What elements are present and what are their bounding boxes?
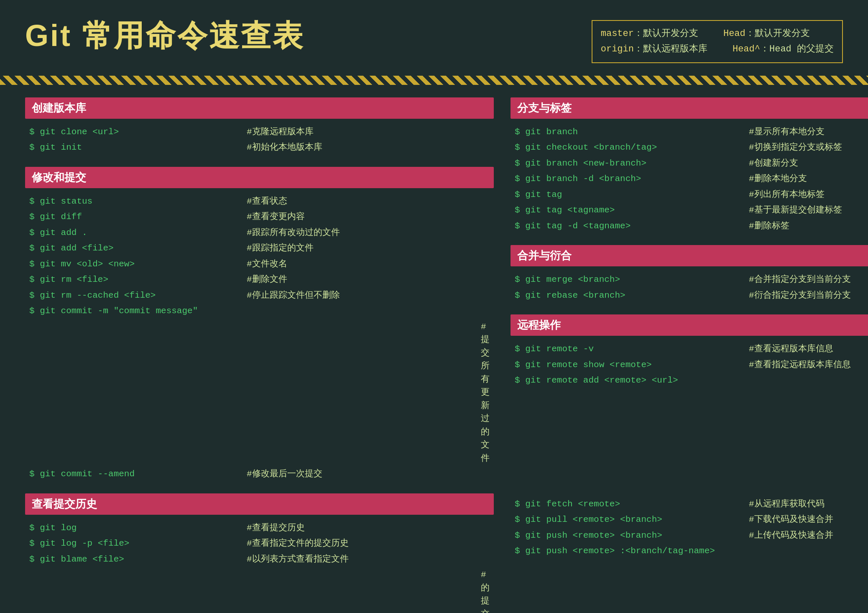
cmd-diff-comment: #查看变更内容 bbox=[247, 210, 305, 224]
cmd-commit-m-comment-text: #提交所有更新过的文件 bbox=[247, 320, 490, 465]
cmd-checkout-branch-text: $ git checkout <branch/tag> bbox=[515, 141, 749, 154]
cmd-commit-m-text: $ git commit -m "commit message" bbox=[29, 304, 247, 318]
cmd-pull-text: $ git pull <remote> <branch> bbox=[515, 513, 749, 526]
cmd-init: $ git init #初始化本地版本库 bbox=[29, 141, 490, 154]
section-branch: 分支与标签 $ git branch #显示所有本地分支 $ git check… bbox=[511, 97, 868, 233]
legend-headcaret-key: Head^：Head 的父提交 bbox=[733, 41, 834, 57]
cmd-rm-cached: $ git rm --cached <file> #停止跟踪文件但不删除 bbox=[29, 289, 490, 302]
cmd-status-comment: #查看状态 bbox=[247, 195, 287, 208]
cmd-commit-m: $ git commit -m "commit message" bbox=[29, 304, 490, 318]
cmd-remote-add-cont: #添加远程版本库 bbox=[515, 390, 868, 495]
cmd-push-del-cont: #删除远程分支或标签 bbox=[515, 560, 868, 613]
cmd-fetch: $ git fetch <remote> #从远程库获取代码 bbox=[515, 498, 868, 511]
cmd-branch-text: $ git branch bbox=[515, 125, 749, 139]
section-log: 查看提交历史 $ git log #查看提交历史 $ git log -p <f… bbox=[25, 493, 494, 613]
cmd-add-file-text: $ git add <file> bbox=[29, 242, 247, 255]
cmd-init-comment: #初始化本地版本库 bbox=[247, 141, 322, 154]
section-create-header: 创建版本库 bbox=[25, 97, 494, 119]
cmd-clone: $ git clone <url> #克隆远程版本库 bbox=[29, 125, 490, 139]
cmd-branch-new: $ git branch <new-branch> #创建新分支 bbox=[515, 157, 868, 170]
section-merge: 合并与衍合 $ git merge <branch> #合并指定分支到当前分支 … bbox=[511, 245, 868, 302]
cmd-remote-add-cont-spacer bbox=[515, 390, 749, 495]
cmd-push-del-text: $ git push <remote> :<branch/tag-name> bbox=[515, 544, 749, 558]
cmd-pull-comment: #下载代码及快速合并 bbox=[749, 513, 833, 526]
cmd-tag-name-text: $ git tag <tagname> bbox=[515, 204, 749, 217]
cmd-remote-show-comment: #查看指定远程版本库信息 bbox=[749, 358, 851, 372]
cmd-tag-d-comment: #删除标签 bbox=[749, 220, 789, 233]
page-container: Git 常用命令速查表 master：默认开发分支 Head：默认开发分支 or… bbox=[0, 0, 868, 613]
header: Git 常用命令速查表 master：默认开发分支 Head：默认开发分支 or… bbox=[0, 0, 868, 72]
cmd-status-text: $ git status bbox=[29, 195, 247, 208]
cmd-blame-text: $ git blame <file> bbox=[29, 553, 247, 566]
cmd-mv-text: $ git mv <old> <new> bbox=[29, 258, 247, 271]
cmd-add-file: $ git add <file> #跟踪指定的文件 bbox=[29, 242, 490, 255]
cmd-checkout-branch-comment: #切换到指定分支或标签 bbox=[749, 141, 842, 154]
cmd-tag-d: $ git tag -d <tagname> #删除标签 bbox=[515, 220, 868, 233]
cmd-remote-show: $ git remote show <remote> #查看指定远程版本库信息 bbox=[515, 358, 868, 372]
cmd-rm-cached-text: $ git rm --cached <file> bbox=[29, 289, 247, 302]
cmd-add-dot: $ git add . #跟踪所有改动过的文件 bbox=[29, 226, 490, 240]
cmd-checkout-branch: $ git checkout <branch/tag> #切换到指定分支或标签 bbox=[515, 141, 868, 154]
cmd-commit-amend-text: $ git commit --amend bbox=[29, 467, 247, 481]
cmd-push: $ git push <remote> <branch> #上传代码及快速合并 bbox=[515, 529, 868, 542]
cmd-add-dot-comment: #跟踪所有改动过的文件 bbox=[247, 226, 340, 240]
cmd-fetch-comment: #从远程库获取代码 bbox=[749, 498, 825, 511]
cmd-log-p-text: $ git log -p <file> bbox=[29, 537, 247, 550]
section-modify: 修改和提交 $ git status #查看状态 $ git diff #查看变… bbox=[25, 167, 494, 481]
cmd-merge: $ git merge <branch> #合并指定分支到当前分支 bbox=[515, 273, 868, 286]
cmd-remote-add-cont-comment: #添加远程版本库 bbox=[749, 390, 868, 495]
right-column: 分支与标签 $ git branch #显示所有本地分支 $ git check… bbox=[502, 97, 868, 613]
cmd-mv-comment: #文件改名 bbox=[247, 258, 287, 271]
cmd-push-del-cont-spacer bbox=[515, 560, 749, 613]
cmd-blame-cont: #的提交历史 bbox=[29, 568, 490, 613]
section-log-header: 查看提交历史 bbox=[25, 493, 494, 515]
cmd-push-del: $ git push <remote> :<branch/tag-name> bbox=[515, 544, 868, 558]
cmd-tag-d-text: $ git tag -d <tagname> bbox=[515, 220, 749, 233]
top-stripe-divider bbox=[0, 76, 868, 85]
section-branch-header: 分支与标签 bbox=[511, 97, 868, 119]
section-create: 创建版本库 $ git clone <url> #克隆远程版本库 $ git i… bbox=[25, 97, 494, 154]
cmd-log-text: $ git log bbox=[29, 521, 247, 535]
section-modify-content: $ git status #查看状态 $ git diff #查看变更内容 $ … bbox=[25, 195, 494, 481]
cmd-tag: $ git tag #列出所有本地标签 bbox=[515, 188, 868, 202]
cmd-blame-comment: #以列表方式查看指定文件 bbox=[247, 553, 349, 566]
cmd-branch-d-text: $ git branch -d <branch> bbox=[515, 172, 749, 186]
legend-master-key: master：默认开发分支 bbox=[601, 26, 698, 41]
section-modify-header: 修改和提交 bbox=[25, 167, 494, 188]
cmd-remote-v: $ git remote -v #查看远程版本库信息 bbox=[515, 342, 868, 356]
cmd-remote-v-text: $ git remote -v bbox=[515, 342, 749, 356]
cmd-tag-text: $ git tag bbox=[515, 188, 749, 202]
cmd-add-dot-text: $ git add . bbox=[29, 226, 247, 240]
cmd-log-p-comment: #查看指定文件的提交历史 bbox=[247, 537, 349, 550]
cmd-tag-comment: #列出所有本地标签 bbox=[749, 188, 825, 202]
cmd-fetch-text: $ git fetch <remote> bbox=[515, 498, 749, 511]
cmd-rm-comment: #删除文件 bbox=[247, 273, 287, 286]
cmd-commit-m-comment-line: #提交所有更新过的文件 bbox=[29, 320, 490, 465]
legend-head-key: Head：默认开发分支 bbox=[723, 26, 810, 41]
cmd-branch-comment: #显示所有本地分支 bbox=[749, 125, 825, 139]
cmd-blame-cont-spacer bbox=[29, 568, 247, 613]
cmd-tag-name-comment: #基于最新提交创建标签 bbox=[749, 204, 842, 217]
section-branch-content: $ git branch #显示所有本地分支 $ git checkout <b… bbox=[511, 125, 868, 233]
cmd-rebase: $ git rebase <branch> #衍合指定分支到当前分支 bbox=[515, 289, 868, 302]
cmd-push-comment: #上传代码及快速合并 bbox=[749, 529, 833, 542]
cmd-rebase-text: $ git rebase <branch> bbox=[515, 289, 749, 302]
cmd-branch-new-text: $ git branch <new-branch> bbox=[515, 157, 749, 170]
cmd-remote-add-text: $ git remote add <remote> <url> bbox=[515, 374, 749, 387]
cmd-diff: $ git diff #查看变更内容 bbox=[29, 210, 490, 224]
section-remote-header: 远程操作 bbox=[511, 314, 868, 336]
cmd-log: $ git log #查看提交历史 bbox=[29, 521, 490, 535]
cmd-clone-text: $ git clone <url> bbox=[29, 125, 247, 139]
legend-box: master：默认开发分支 Head：默认开发分支 origin：默认远程版本库… bbox=[592, 20, 843, 63]
cmd-branch: $ git branch #显示所有本地分支 bbox=[515, 125, 868, 139]
cmd-push-del-cont-comment: #删除远程分支或标签 bbox=[749, 560, 868, 613]
cmd-push-text: $ git push <remote> <branch> bbox=[515, 529, 749, 542]
cmd-remote-add: $ git remote add <remote> <url> bbox=[515, 374, 868, 387]
cmd-tag-name: $ git tag <tagname> #基于最新提交创建标签 bbox=[515, 204, 868, 217]
content-area: 创建版本库 $ git clone <url> #克隆远程版本库 $ git i… bbox=[0, 89, 868, 613]
section-create-content: $ git clone <url> #克隆远程版本库 $ git init #初… bbox=[25, 125, 494, 154]
cmd-status: $ git status #查看状态 bbox=[29, 195, 490, 208]
cmd-merge-text: $ git merge <branch> bbox=[515, 273, 749, 286]
cmd-merge-comment: #合并指定分支到当前分支 bbox=[749, 273, 851, 286]
section-merge-header: 合并与衍合 bbox=[511, 245, 868, 266]
